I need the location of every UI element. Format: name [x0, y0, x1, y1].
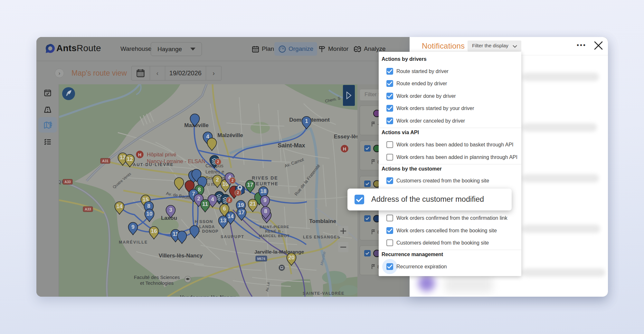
svg-text:8: 8	[198, 187, 201, 193]
svg-text:2: 2	[197, 196, 200, 202]
svg-text:MEURTHE: MEURTHE	[251, 181, 278, 186]
svg-text:H SSON: H SSON	[195, 219, 213, 224]
svg-text:19: 19	[238, 202, 244, 208]
svg-text:Faculté des Sciences: Faculté des Sciences	[134, 274, 180, 280]
svg-text:et Technologies: et Technologies	[140, 280, 174, 286]
svg-text:H: H	[138, 152, 141, 157]
svg-text:3: 3	[169, 207, 172, 213]
svg-text:Tomblaine: Tomblaine	[309, 218, 336, 224]
svg-text:9: 9	[263, 197, 266, 203]
svg-text:18: 18	[260, 188, 267, 194]
svg-text:2: 2	[232, 178, 234, 183]
svg-text:2: 2	[217, 160, 219, 164]
svg-text:A33: A33	[85, 207, 91, 211]
svg-text:16: 16	[151, 228, 157, 234]
svg-text:2: 2	[237, 190, 239, 195]
svg-text:13: 13	[220, 218, 226, 224]
svg-text:17: 17	[247, 182, 253, 188]
svg-text:2: 2	[228, 198, 231, 202]
svg-text:A33: A33	[64, 180, 71, 184]
svg-text:12: 12	[127, 156, 133, 162]
svg-text:Malzéville: Malzéville	[217, 132, 243, 138]
svg-text:H: H	[343, 146, 346, 152]
svg-text:Saint-Max: Saint-Max	[278, 142, 305, 149]
svg-text:Essey-lès: Essey-lès	[334, 134, 357, 140]
svg-text:Jarville-la-Malgrange: Jarville-la-Malgrange	[254, 249, 304, 255]
svg-text:1: 1	[305, 118, 308, 124]
svg-text:MARCEL BROT: MARCEL BROT	[259, 234, 290, 238]
svg-text:- DONOP: - DONOP	[199, 229, 218, 234]
svg-text:RIVES DE: RIVES DE	[252, 175, 278, 181]
svg-text:20: 20	[289, 255, 295, 261]
svg-text:Lettres e: Lettres e	[205, 169, 224, 174]
svg-text:2: 2	[216, 177, 219, 183]
svg-text:13: 13	[120, 154, 126, 161]
svg-text:Vandoeuvre-lès-Nancy: Vandoeuvre-lès-Nancy	[180, 295, 235, 297]
svg-text:SAINTE-VALDRÉE: SAINTE-VALDRÉE	[303, 291, 345, 296]
svg-text:4: 4	[211, 196, 214, 202]
svg-text:Hôpital privé: Hôpital privé	[147, 152, 176, 157]
svg-text:14: 14	[228, 213, 234, 219]
svg-text:9: 9	[131, 224, 134, 230]
svg-text:RENÉ II -: RENÉ II -	[265, 229, 284, 233]
svg-text:Villers-lès-Nancy: Villers-lès-Nancy	[159, 253, 203, 259]
svg-text:14: 14	[117, 203, 123, 209]
svg-text:LANDA: LANDA	[199, 225, 215, 229]
svg-text:SAINT-PIERRE: SAINT-PIERRE	[260, 225, 289, 229]
svg-text:21: 21	[250, 201, 256, 207]
svg-text:10: 10	[147, 211, 153, 217]
svg-text:11: 11	[202, 201, 208, 207]
svg-text:LES ENSANGES: LES ENSANGES	[303, 235, 340, 239]
svg-text:A31: A31	[102, 159, 108, 163]
svg-text:M674: M674	[257, 257, 265, 261]
svg-text:4: 4	[206, 134, 209, 140]
svg-text:Nancy-Lorraine - ELSAN: Nancy-Lorraine - ELSAN	[147, 158, 205, 164]
svg-text:8: 8	[264, 208, 267, 214]
svg-text:SAUPUPT: SAUPUPT	[221, 235, 244, 239]
svg-text:17: 17	[239, 209, 245, 216]
svg-text:8: 8	[147, 203, 150, 209]
svg-text:6: 6	[223, 206, 226, 212]
svg-text:MARÉVILLE: MARÉVILLE	[119, 240, 148, 245]
